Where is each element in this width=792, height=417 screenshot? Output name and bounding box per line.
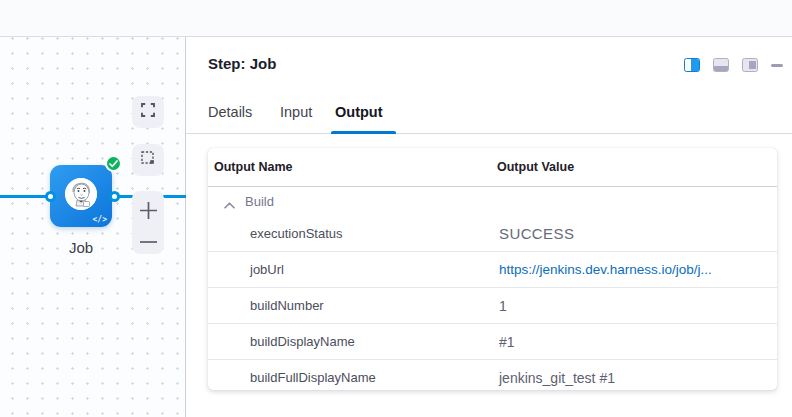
output-table-card: Output Name Output Value Build execution… <box>208 148 777 390</box>
table-row: executionStatus SUCCESS <box>208 216 777 251</box>
success-check-icon <box>105 155 122 172</box>
output-value: 1 <box>499 298 507 314</box>
output-value: jenkins_git_test #1 <box>499 370 615 386</box>
table-row: buildDisplayName #1 <box>208 323 777 359</box>
table-row: jobUrl https://jenkins.dev.harness.io/jo… <box>208 251 777 287</box>
output-group-label: Build <box>245 194 274 209</box>
zoom-in-icon[interactable] <box>139 201 158 220</box>
output-name: executionStatus <box>250 226 343 241</box>
chevron-up-icon[interactable] <box>224 195 235 213</box>
panel-title: Step: Job <box>208 55 276 72</box>
pipeline-canvas[interactable]: </> Job <box>0 37 186 417</box>
node-label: Job <box>41 239 121 256</box>
minimize-icon[interactable] <box>771 64 783 67</box>
split-view-icon[interactable] <box>684 58 700 72</box>
fullscreen-icon <box>141 103 155 121</box>
output-name: buildDisplayName <box>250 334 355 349</box>
fullscreen-button[interactable] <box>132 96 164 128</box>
tab-output[interactable]: Output <box>335 104 383 120</box>
selection-icon <box>141 151 155 169</box>
selection-mode-button[interactable] <box>132 144 164 176</box>
pipeline-studio-screen: </> Job <box>0 0 792 417</box>
top-band <box>0 0 792 37</box>
tab-bar: Details Input Output <box>186 95 792 134</box>
output-value: SUCCESS <box>499 225 574 242</box>
table-row: buildFullDisplayName jenkins_git_test #1 <box>208 359 777 395</box>
panel-view-controls <box>684 58 783 72</box>
right-panel-icon[interactable] <box>742 58 758 72</box>
column-header-output-name: Output Name <box>214 160 292 174</box>
node-input-port[interactable] <box>45 191 56 202</box>
output-name: buildFullDisplayName <box>250 370 376 385</box>
output-value-link[interactable]: https://jenkins.dev.harness.io/job/j... <box>499 262 712 277</box>
tab-details[interactable]: Details <box>208 104 252 120</box>
tab-input[interactable]: Input <box>280 104 312 120</box>
job-step-node[interactable]: </> <box>50 165 112 227</box>
zoom-out-icon[interactable] <box>139 239 158 245</box>
output-value: #1 <box>499 334 515 350</box>
active-tab-underline <box>331 131 396 134</box>
node-output-port[interactable] <box>109 191 120 202</box>
table-row: buildNumber 1 <box>208 287 777 323</box>
output-name: jobUrl <box>250 262 284 277</box>
output-group-row[interactable]: Build <box>208 187 777 216</box>
table-header-row: Output Name Output Value <box>208 148 777 187</box>
bottom-panel-icon[interactable] <box>713 58 729 72</box>
code-glyph: </> <box>93 216 107 224</box>
zoom-controls <box>132 191 164 254</box>
output-name: buildNumber <box>250 298 324 313</box>
step-details-panel: Step: Job Details Input Output Output Na… <box>186 37 792 417</box>
jenkins-icon <box>65 178 97 210</box>
column-header-output-value: Output Value <box>497 160 574 174</box>
